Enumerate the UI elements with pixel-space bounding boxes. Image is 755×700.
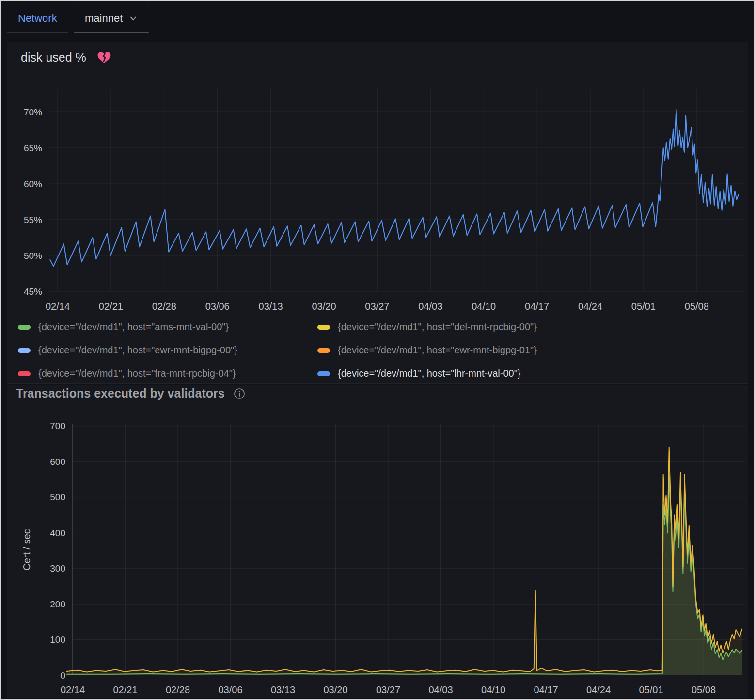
svg-text:03/20: 03/20: [312, 301, 336, 312]
legend-item[interactable]: {device="/dev/md1", host="ams-mnt-val-00…: [18, 321, 315, 333]
svg-text:02/14: 02/14: [46, 301, 70, 312]
svg-text:02/21: 02/21: [99, 301, 123, 312]
legend-item[interactable]: {device="/dev/md1", host="lhr-mnt-val-00…: [317, 368, 537, 379]
svg-text:55%: 55%: [24, 215, 42, 225]
legend-series-label: {device="/dev/md1", host="ams-mnt-val-00…: [38, 321, 229, 333]
svg-text:03/06: 03/06: [218, 684, 242, 695]
broken-heart-icon: [97, 50, 111, 64]
legend-series-swatch: [18, 371, 31, 376]
legend-item[interactable]: {device="/dev/md1", host="fra-mnt-rpcbig…: [18, 368, 315, 379]
svg-text:04/24: 04/24: [578, 301, 602, 312]
transactions-chart[interactable]: 010020030040050060070002/1402/2102/2803/…: [7, 385, 748, 698]
svg-text:04/03: 04/03: [418, 301, 442, 312]
svg-text:03/27: 03/27: [376, 684, 400, 695]
svg-text:02/14: 02/14: [61, 684, 85, 695]
svg-text:03/06: 03/06: [205, 301, 230, 312]
svg-text:04/17: 04/17: [525, 301, 549, 312]
svg-text:60%: 60%: [24, 179, 42, 189]
svg-text:05/01: 05/01: [631, 301, 656, 312]
legend-series-swatch: [317, 325, 330, 330]
svg-text:04/17: 04/17: [534, 684, 558, 695]
disk-used-chart[interactable]: 45%50%55%60%65%70%02/1402/2102/2803/0603…: [7, 42, 748, 318]
chevron-down-icon: [128, 14, 138, 23]
svg-text:700: 700: [50, 421, 65, 431]
panel-disk-used: disk used % 45%50%55%60%65%70%02/1402/21…: [7, 42, 748, 384]
legend-series-label: {device="/dev/md1", host="lhr-mnt-val-00…: [338, 368, 520, 379]
network-variable-value: mainnet: [85, 12, 123, 25]
legend-item[interactable]: {device="/dev/md1", host="ewr-mnt-bigpg-…: [317, 345, 537, 356]
panel-transactions: Transactions executed by validators 0100…: [7, 385, 748, 698]
svg-text:Cert / sec: Cert / sec: [21, 529, 32, 571]
network-variable-dropdown[interactable]: mainnet: [74, 4, 149, 33]
svg-text:05/01: 05/01: [639, 684, 663, 695]
panel-disk-used-header[interactable]: disk used %: [21, 50, 111, 64]
svg-text:04/10: 04/10: [481, 684, 505, 695]
legend-item[interactable]: {device="/dev/md1", host="del-mnt-rpcbig…: [317, 321, 537, 333]
svg-text:0: 0: [60, 670, 65, 681]
svg-text:300: 300: [50, 563, 65, 573]
svg-text:70%: 70%: [24, 107, 42, 117]
panel-transactions-header[interactable]: Transactions executed by validators: [16, 386, 245, 400]
svg-text:500: 500: [50, 492, 65, 502]
legend-series-label: {device="/dev/md1", host="ewr-mnt-bigpg-…: [338, 345, 537, 356]
svg-text:02/28: 02/28: [166, 684, 190, 695]
legend-series-swatch: [317, 371, 330, 376]
legend-series-swatch: [317, 348, 330, 353]
grafana-dashboard: Network mainnet disk used % 45%50%55%60%…: [0, 0, 755, 700]
svg-text:04/10: 04/10: [472, 301, 496, 312]
svg-text:03/27: 03/27: [365, 301, 389, 312]
svg-text:05/08: 05/08: [692, 684, 716, 695]
network-variable-label-box[interactable]: Network: [7, 4, 68, 33]
network-variable-label: Network: [18, 12, 57, 25]
info-circle-icon[interactable]: [234, 388, 245, 399]
panel-title: Transactions executed by validators: [16, 386, 225, 400]
disk-used-legend: {device="/dev/md1", host="ams-mnt-val-00…: [18, 321, 537, 379]
svg-text:03/20: 03/20: [323, 684, 347, 695]
svg-text:600: 600: [50, 457, 65, 467]
svg-text:02/21: 02/21: [113, 684, 137, 695]
legend-series-swatch: [18, 325, 31, 330]
legend-series-label: {device="/dev/md1", host="ewr-mnt-bigpg-…: [38, 345, 237, 356]
svg-text:03/13: 03/13: [259, 301, 283, 312]
svg-text:04/24: 04/24: [586, 684, 611, 695]
svg-text:65%: 65%: [24, 143, 42, 153]
legend-series-label: {device="/dev/md1", host="fra-mnt-rpcbig…: [38, 368, 236, 379]
svg-text:100: 100: [50, 635, 65, 645]
svg-text:03/13: 03/13: [271, 684, 295, 695]
svg-text:200: 200: [50, 599, 65, 609]
panel-title: disk used %: [21, 50, 86, 64]
legend-series-swatch: [18, 348, 31, 353]
legend-item[interactable]: {device="/dev/md1", host="ewr-mnt-bigpg-…: [18, 345, 315, 356]
svg-text:400: 400: [50, 528, 65, 538]
svg-text:45%: 45%: [24, 286, 42, 297]
svg-text:02/28: 02/28: [152, 301, 176, 312]
svg-text:50%: 50%: [24, 251, 42, 261]
svg-text:05/08: 05/08: [685, 301, 709, 312]
svg-text:04/03: 04/03: [428, 684, 453, 695]
legend-series-label: {device="/dev/md1", host="del-mnt-rpcbig…: [338, 321, 537, 333]
